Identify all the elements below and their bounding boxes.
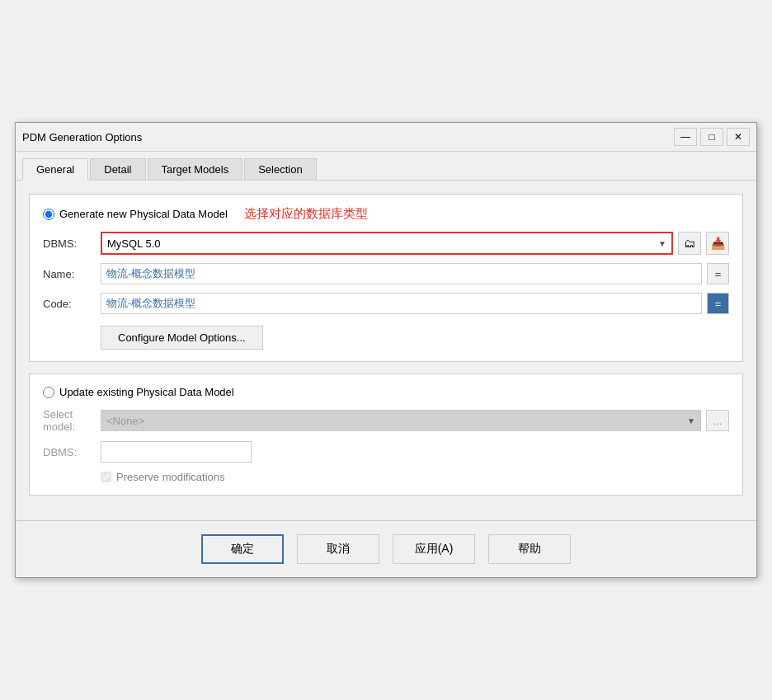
tab-target-models[interactable]: Target Models bbox=[148, 158, 243, 180]
generate-section-header: Generate new Physical Data Model 选择对应的数据… bbox=[43, 206, 729, 222]
dbms-row: DBMS: MySQL 5.0 ▼ 🗂 📥 bbox=[43, 232, 729, 255]
preserve-checkbox[interactable] bbox=[101, 472, 111, 482]
select-model-dots-button[interactable]: ... bbox=[706, 410, 729, 431]
window-title: PDM Generation Options bbox=[22, 131, 142, 143]
update-dbms-field bbox=[101, 441, 729, 463]
minimize-button[interactable]: — bbox=[674, 128, 697, 146]
select-model-value: <None> bbox=[106, 415, 687, 427]
dbms-value: MySQL 5.0 bbox=[107, 237, 658, 250]
annotation-text: 选择对应的数据库类型 bbox=[244, 206, 368, 222]
name-eq-button[interactable]: = bbox=[707, 263, 729, 284]
confirm-button[interactable]: 确定 bbox=[201, 534, 284, 564]
tab-general[interactable]: General bbox=[22, 158, 88, 181]
code-label: Code: bbox=[43, 298, 101, 310]
name-label: Name: bbox=[43, 268, 101, 280]
code-field-wrapper: = bbox=[101, 293, 729, 314]
tab-content: Generate new Physical Data Model 选择对应的数据… bbox=[16, 181, 756, 520]
update-dbms-row: DBMS: bbox=[43, 441, 729, 463]
name-field-wrapper: = bbox=[101, 263, 729, 284]
dbms-label: DBMS: bbox=[43, 237, 101, 250]
add-icon: 📥 bbox=[711, 237, 725, 250]
update-dbms-label: DBMS: bbox=[43, 446, 101, 458]
name-row: Name: = bbox=[43, 263, 729, 284]
preserve-row: Preserve modifications bbox=[43, 471, 729, 483]
update-dbms-input[interactable] bbox=[101, 441, 252, 463]
apply-button[interactable]: 应用(A) bbox=[393, 534, 475, 564]
generate-radio[interactable] bbox=[43, 209, 54, 220]
maximize-button[interactable]: □ bbox=[700, 128, 723, 146]
update-section: Update existing Physical Data Model Sele… bbox=[29, 373, 743, 496]
code-row: Code: = bbox=[43, 293, 729, 314]
window-controls: — □ ✕ bbox=[674, 128, 750, 146]
configure-model-button[interactable]: Configure Model Options... bbox=[101, 326, 263, 350]
footer: 确定 取消 应用(A) 帮助 bbox=[16, 520, 756, 577]
folder-icon: 🗂 bbox=[684, 237, 695, 250]
generate-section: Generate new Physical Data Model 选择对应的数据… bbox=[29, 194, 743, 362]
help-button[interactable]: 帮助 bbox=[488, 534, 571, 564]
tab-selection[interactable]: Selection bbox=[244, 158, 316, 180]
dbms-add-button[interactable]: 📥 bbox=[706, 232, 729, 255]
code-eq-button[interactable]: = bbox=[707, 293, 729, 314]
tab-detail[interactable]: Detail bbox=[90, 158, 145, 180]
update-radio[interactable] bbox=[43, 387, 54, 398]
select-model-row: Select model: <None> ▼ ... bbox=[43, 408, 729, 433]
select-model-label: Select model: bbox=[43, 408, 101, 433]
generate-radio-label[interactable]: Generate new Physical Data Model bbox=[43, 208, 228, 220]
update-radio-label[interactable]: Update existing Physical Data Model bbox=[43, 386, 234, 398]
dbms-folder-button[interactable]: 🗂 bbox=[678, 232, 701, 255]
select-model-field-wrapper: <None> ▼ ... bbox=[101, 410, 729, 431]
select-model-chevron-icon: ▼ bbox=[687, 416, 695, 425]
cancel-button[interactable]: 取消 bbox=[297, 534, 379, 564]
dbms-field-wrapper: MySQL 5.0 ▼ 🗂 📥 bbox=[101, 232, 729, 255]
code-input[interactable] bbox=[101, 293, 702, 314]
select-model-dropdown[interactable]: <None> ▼ bbox=[101, 410, 701, 431]
main-window: PDM Generation Options — □ ✕ General Det… bbox=[15, 122, 757, 578]
update-section-header: Update existing Physical Data Model bbox=[43, 386, 729, 398]
close-button[interactable]: ✕ bbox=[727, 128, 750, 146]
title-bar: PDM Generation Options — □ ✕ bbox=[16, 123, 756, 152]
configure-row: Configure Model Options... bbox=[43, 322, 729, 350]
tab-bar: General Detail Target Models Selection bbox=[16, 152, 756, 181]
name-input[interactable] bbox=[101, 263, 702, 284]
preserve-label: Preserve modifications bbox=[116, 471, 225, 483]
dbms-select[interactable]: MySQL 5.0 ▼ bbox=[101, 232, 673, 255]
dbms-chevron-icon: ▼ bbox=[658, 239, 666, 248]
